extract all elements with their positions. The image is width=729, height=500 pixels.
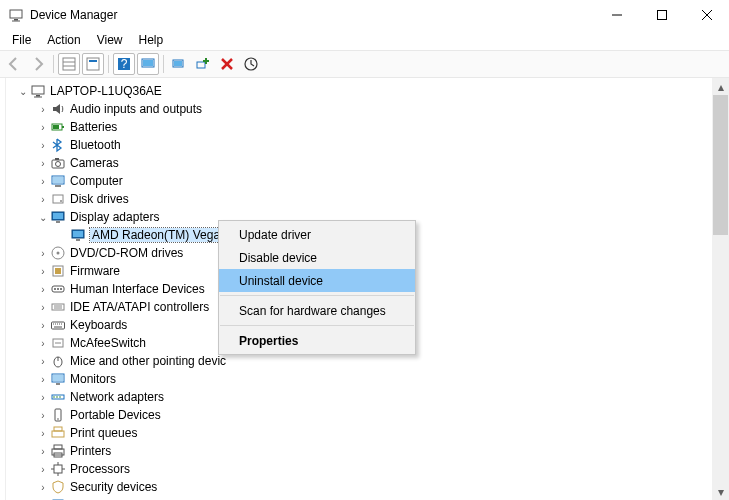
toolbar: ?: [0, 50, 729, 78]
tree-item-cat-21[interactable]: ›Software components: [16, 496, 712, 500]
tree-item-cat-1[interactable]: ›Batteries: [16, 118, 712, 136]
expand-icon[interactable]: ›: [36, 410, 50, 421]
expand-icon[interactable]: ›: [36, 302, 50, 313]
portable-icon: [50, 407, 66, 423]
menu-file[interactable]: File: [4, 31, 39, 49]
printer-icon: [50, 443, 66, 459]
scroll-up-button[interactable]: ▴: [712, 78, 729, 95]
svg-text:?: ?: [121, 57, 128, 71]
expand-icon[interactable]: ›: [36, 122, 50, 133]
tree-item-cat-16[interactable]: ›Portable Devices: [16, 406, 712, 424]
expand-icon[interactable]: ›: [36, 392, 50, 403]
computer-button[interactable]: [137, 53, 159, 75]
expand-icon[interactable]: ›: [36, 176, 50, 187]
scan-button[interactable]: [168, 53, 190, 75]
expand-icon[interactable]: ›: [36, 464, 50, 475]
processor-icon: [50, 461, 66, 477]
menu-help[interactable]: Help: [131, 31, 172, 49]
add-device-button[interactable]: [192, 53, 214, 75]
toolbar-separator: [163, 55, 164, 73]
svg-point-68: [56, 396, 58, 398]
remove-device-button[interactable]: [216, 53, 238, 75]
context-menu-item-1[interactable]: Disable device: [219, 246, 415, 269]
svg-rect-2: [12, 21, 20, 22]
tree-item-label: Network adapters: [70, 390, 164, 404]
audio-icon: [50, 101, 66, 117]
close-button[interactable]: [684, 0, 729, 30]
svg-rect-53: [52, 322, 65, 329]
forward-button[interactable]: [27, 53, 49, 75]
tree-item-cat-18[interactable]: ›Printers: [16, 442, 712, 460]
maximize-button[interactable]: [639, 0, 684, 30]
expand-icon[interactable]: ›: [36, 194, 50, 205]
collapse-icon[interactable]: ⌄: [36, 212, 50, 223]
app-icon: [8, 7, 24, 23]
context-menu-item-6[interactable]: Properties: [219, 329, 415, 352]
tree-item-cat-5[interactable]: ›Disk drives: [16, 190, 712, 208]
svg-rect-27: [53, 125, 59, 129]
svg-rect-11: [89, 60, 97, 62]
scroll-down-button[interactable]: ▾: [712, 483, 729, 500]
context-menu-item-2[interactable]: Uninstall device: [219, 269, 415, 292]
expand-icon[interactable]: ›: [36, 104, 50, 115]
collapse-icon[interactable]: ⌄: [16, 86, 30, 97]
expand-icon[interactable]: ›: [36, 158, 50, 169]
mouse-icon: [50, 353, 66, 369]
tree-item-label: Computer: [70, 174, 123, 188]
expand-icon[interactable]: ›: [36, 140, 50, 151]
update-button[interactable]: [240, 53, 262, 75]
svg-rect-64: [53, 375, 63, 381]
tree-item-label: Processors: [70, 462, 130, 476]
tree-item-cat-14[interactable]: ›Monitors: [16, 370, 712, 388]
tree-item-label: McAfeeSwitch: [70, 336, 146, 350]
camera-icon: [50, 155, 66, 171]
tree-item-cat-17[interactable]: ›Print queues: [16, 424, 712, 442]
hid-icon: [50, 281, 66, 297]
expand-icon[interactable]: ›: [36, 248, 50, 259]
security-icon: [50, 479, 66, 495]
context-menu-item-0[interactable]: Update driver: [219, 223, 415, 246]
context-menu[interactable]: Update driverDisable deviceUninstall dev…: [218, 220, 416, 355]
tree-item-label: Human Interface Devices: [70, 282, 205, 296]
tree-item-label: Cameras: [70, 156, 119, 170]
window-title: Device Manager: [30, 8, 594, 22]
expand-icon[interactable]: ›: [36, 482, 50, 493]
menu-action[interactable]: Action: [39, 31, 88, 49]
minimize-button[interactable]: [594, 0, 639, 30]
expand-icon[interactable]: ›: [36, 374, 50, 385]
expand-icon[interactable]: ›: [36, 356, 50, 367]
context-menu-separator: [220, 325, 414, 326]
svg-rect-17: [174, 61, 182, 66]
tree-item-root[interactable]: ⌄LAPTOP-L1UQ36AE: [16, 82, 712, 100]
ide-icon: [50, 299, 66, 315]
expand-icon[interactable]: ›: [36, 446, 50, 457]
scroll-thumb[interactable]: [713, 95, 728, 235]
expand-icon[interactable]: ›: [36, 266, 50, 277]
expand-icon[interactable]: ›: [36, 320, 50, 331]
tree-item-cat-20[interactable]: ›Security devices: [16, 478, 712, 496]
back-button[interactable]: [3, 53, 25, 75]
show-hidden-button[interactable]: [58, 53, 80, 75]
root-icon: [30, 83, 46, 99]
tree-item-label: Batteries: [70, 120, 117, 134]
expand-icon[interactable]: ›: [36, 284, 50, 295]
tree-item-label: Printers: [70, 444, 111, 458]
tree-item-cat-3[interactable]: ›Cameras: [16, 154, 712, 172]
svg-rect-10: [87, 58, 99, 70]
help-button[interactable]: ?: [113, 53, 135, 75]
scrollbar[interactable]: ▴ ▾: [712, 78, 729, 500]
tree-item-cat-15[interactable]: ›Network adapters: [16, 388, 712, 406]
tree-item-cat-4[interactable]: ›Computer: [16, 172, 712, 190]
context-menu-item-4[interactable]: Scan for hardware changes: [219, 299, 415, 322]
tree-item-cat-19[interactable]: ›Processors: [16, 460, 712, 478]
tree-item-cat-0[interactable]: ›Audio inputs and outputs: [16, 100, 712, 118]
svg-point-49: [60, 288, 62, 290]
expand-icon[interactable]: ›: [36, 338, 50, 349]
printqueue-icon: [50, 425, 66, 441]
context-menu-separator: [220, 295, 414, 296]
properties-button[interactable]: [82, 53, 104, 75]
tree-item-label: Disk drives: [70, 192, 129, 206]
menu-view[interactable]: View: [89, 31, 131, 49]
tree-item-cat-2[interactable]: ›Bluetooth: [16, 136, 712, 154]
expand-icon[interactable]: ›: [36, 428, 50, 439]
